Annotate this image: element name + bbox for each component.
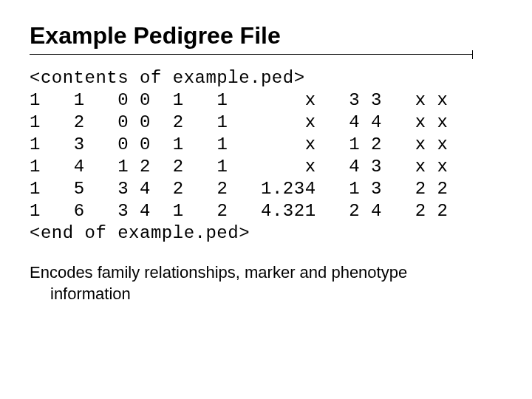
ped-mo: 0 bbox=[140, 90, 151, 110]
ped-mo: 0 bbox=[140, 134, 151, 154]
ped-m2b: x bbox=[437, 90, 449, 110]
ped-m2a: x bbox=[415, 157, 426, 177]
ped-m2a: 2 bbox=[415, 201, 426, 221]
caption: Encodes family relationships, marker and… bbox=[30, 262, 502, 304]
ped-id: 4 bbox=[74, 157, 85, 177]
ped-row: 1 5 3 4 2 2 1.234 1 3 2 2 bbox=[30, 179, 448, 199]
ped-m1b: 3 bbox=[371, 157, 382, 177]
ped-aff: 1 bbox=[216, 112, 228, 132]
ped-id: 1 bbox=[74, 90, 85, 110]
ped-row: 1 1 0 0 1 1 x 3 3 x x bbox=[30, 90, 448, 110]
ped-pheno: x bbox=[261, 90, 316, 110]
ped-aff: 1 bbox=[216, 134, 228, 154]
ped-aff: 2 bbox=[216, 201, 228, 221]
ped-sex: 1 bbox=[173, 90, 184, 110]
ped-mo: 0 bbox=[140, 112, 151, 132]
ped-m1a: 1 bbox=[349, 134, 360, 154]
ped-row: 1 6 3 4 1 2 4.321 2 4 2 2 bbox=[30, 201, 448, 221]
ped-fam: 1 bbox=[30, 157, 41, 177]
ped-m1b: 3 bbox=[371, 179, 382, 199]
ped-m2a: x bbox=[415, 90, 426, 110]
ped-sex: 2 bbox=[173, 112, 184, 132]
rule-tick bbox=[472, 50, 473, 59]
ped-fa: 1 bbox=[117, 157, 129, 177]
ped-m2b: x bbox=[437, 157, 449, 177]
ped-m1b: 4 bbox=[371, 201, 382, 221]
ped-m2a: 2 bbox=[415, 179, 426, 199]
ped-fa: 3 bbox=[117, 201, 129, 221]
ped-fa: 0 bbox=[117, 90, 129, 110]
ped-row: 1 4 1 2 2 1 x 4 3 x x bbox=[30, 157, 448, 177]
ped-m1a: 2 bbox=[349, 201, 360, 221]
ped-pheno: 4.321 bbox=[261, 201, 316, 221]
ped-id: 6 bbox=[74, 201, 85, 221]
ped-mo: 4 bbox=[140, 179, 151, 199]
ped-aff: 1 bbox=[216, 157, 228, 177]
caption-line1: Encodes family relationships, marker and… bbox=[30, 263, 407, 282]
ped-fam: 1 bbox=[30, 179, 41, 199]
pedigree-block: <contents of example.ped> 1 1 0 0 1 1 x … bbox=[30, 67, 502, 245]
ped-m2b: 2 bbox=[437, 201, 449, 221]
ped-m1a: 4 bbox=[349, 157, 360, 177]
ped-fa: 3 bbox=[117, 179, 129, 199]
ped-row: 1 2 0 0 2 1 x 4 4 x x bbox=[30, 112, 448, 132]
ped-close-tag: <end of example.ped> bbox=[30, 223, 250, 243]
ped-sex: 2 bbox=[173, 157, 184, 177]
rule-line bbox=[30, 54, 473, 55]
ped-fa: 0 bbox=[117, 134, 129, 154]
ped-fa: 0 bbox=[117, 112, 129, 132]
ped-id: 5 bbox=[74, 179, 85, 199]
ped-m2b: x bbox=[437, 134, 449, 154]
ped-sex: 1 bbox=[173, 201, 184, 221]
ped-sex: 1 bbox=[173, 134, 184, 154]
ped-fam: 1 bbox=[30, 134, 41, 154]
ped-aff: 1 bbox=[216, 90, 228, 110]
ped-m2a: x bbox=[415, 134, 426, 154]
ped-m1b: 2 bbox=[371, 134, 382, 154]
ped-fam: 1 bbox=[30, 112, 41, 132]
ped-aff: 2 bbox=[216, 179, 228, 199]
page-title: Example Pedigree File bbox=[30, 22, 502, 50]
ped-row: 1 3 0 0 1 1 x 1 2 x x bbox=[30, 134, 448, 154]
ped-m1b: 3 bbox=[371, 90, 382, 110]
ped-pheno: x bbox=[261, 134, 316, 154]
ped-m1a: 4 bbox=[349, 112, 360, 132]
ped-mo: 4 bbox=[140, 201, 151, 221]
ped-id: 2 bbox=[74, 112, 85, 132]
ped-m2a: x bbox=[415, 112, 426, 132]
ped-pheno: x bbox=[261, 112, 316, 132]
ped-open-tag: <contents of example.ped> bbox=[30, 68, 305, 88]
ped-m1b: 4 bbox=[371, 112, 382, 132]
ped-m1a: 1 bbox=[349, 179, 360, 199]
ped-sex: 2 bbox=[173, 179, 184, 199]
ped-fam: 1 bbox=[30, 90, 41, 110]
ped-m1a: 3 bbox=[349, 90, 360, 110]
ped-id: 3 bbox=[74, 134, 85, 154]
ped-m2b: x bbox=[437, 112, 449, 132]
slide: Example Pedigree File <contents of examp… bbox=[0, 0, 532, 399]
ped-m2b: 2 bbox=[437, 179, 449, 199]
ped-fam: 1 bbox=[30, 201, 41, 221]
ped-pheno: x bbox=[261, 157, 316, 177]
ped-pheno: 1.234 bbox=[261, 179, 316, 199]
ped-mo: 2 bbox=[140, 157, 151, 177]
caption-line2: information bbox=[30, 284, 502, 305]
